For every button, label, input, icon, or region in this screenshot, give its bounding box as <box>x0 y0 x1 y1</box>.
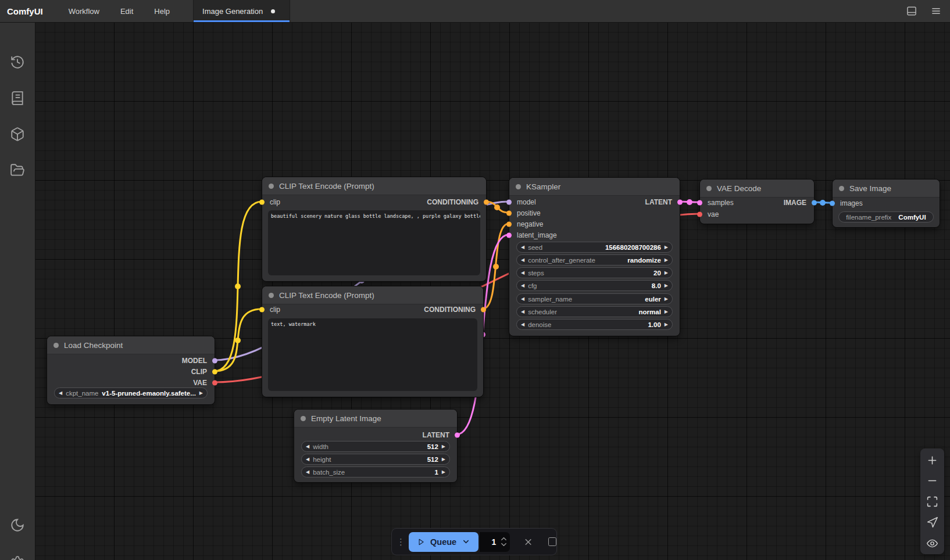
workflows-folder-icon[interactable] <box>10 163 25 178</box>
collapse-dot-icon[interactable] <box>706 186 712 191</box>
settings-gear-icon[interactable] <box>10 555 25 560</box>
output-port-conditioning[interactable] <box>481 307 486 313</box>
increment-arrow-icon[interactable]: ▶ <box>442 470 445 475</box>
node-save-image[interactable]: Save Image images filename_prefix ComfyU… <box>832 179 940 228</box>
output-port-clip[interactable] <box>212 369 217 375</box>
collapse-dot-icon[interactable] <box>269 184 274 189</box>
ckpt-name-widget[interactable]: ◀ ckpt_name v1-5-pruned-emaonly.safete..… <box>54 387 208 399</box>
increment-arrow-icon[interactable]: ▶ <box>442 444 445 449</box>
decrement-arrow-icon[interactable]: ◀ <box>306 457 309 462</box>
select-mode-icon[interactable] <box>926 516 938 529</box>
history-icon[interactable] <box>10 55 25 70</box>
control-after-generate-widget[interactable]: ◀ control_after_generate randomize ▶ <box>516 254 673 265</box>
decrement-arrow-icon[interactable]: ◀ <box>521 283 524 288</box>
width-widget[interactable]: ◀ width 512 ▶ <box>301 441 450 452</box>
app-logo[interactable]: ComfyUI <box>7 6 43 16</box>
node-ksampler[interactable]: KSampler model positive negative latent_… <box>509 177 680 336</box>
decrement-arrow-icon[interactable]: ◀ <box>521 297 524 301</box>
increment-arrow-icon[interactable]: ▶ <box>665 258 668 263</box>
increment-arrow-icon[interactable]: ▶ <box>199 391 203 396</box>
sampler-name-widget[interactable]: ◀ sampler_name euler ▶ <box>516 293 673 304</box>
theme-moon-icon[interactable] <box>10 518 25 533</box>
output-port-model[interactable] <box>212 358 217 364</box>
queue-button[interactable]: Queue <box>409 532 478 552</box>
steps-widget[interactable]: ◀ steps 20 ▶ <box>516 267 673 278</box>
input-port-negative[interactable] <box>506 222 512 227</box>
collapse-dot-icon[interactable] <box>839 186 844 191</box>
input-port-vae[interactable] <box>697 212 702 217</box>
menu-edit[interactable]: Edit <box>120 7 133 16</box>
node-header[interactable]: CLIP Text Encode (Prompt) <box>262 286 483 304</box>
spinner-down-icon[interactable] <box>501 543 507 547</box>
node-empty-latent-image[interactable]: Empty Latent Image LATENT ◀ width 512 ▶ … <box>294 409 458 483</box>
spinner-up-icon[interactable] <box>501 537 507 541</box>
filename-prefix-widget[interactable]: filename_prefix ComfyUI <box>838 211 934 222</box>
fit-view-icon[interactable] <box>926 496 938 508</box>
increment-arrow-icon[interactable]: ▶ <box>665 297 668 301</box>
increment-arrow-icon[interactable]: ▶ <box>665 271 668 275</box>
decrement-arrow-icon[interactable]: ◀ <box>521 245 524 250</box>
input-port-clip[interactable] <box>259 200 265 205</box>
increment-arrow-icon[interactable]: ▶ <box>442 457 445 462</box>
node-clip-text-encode-negative[interactable]: CLIP Text Encode (Prompt) clip CONDITION… <box>262 286 484 397</box>
input-port-latent-image[interactable] <box>506 233 512 238</box>
height-widget[interactable]: ◀ height 512 ▶ <box>301 454 450 465</box>
toggle-links-icon[interactable] <box>926 537 938 550</box>
zoom-out-icon[interactable] <box>926 475 938 487</box>
collapse-dot-icon[interactable] <box>516 184 521 189</box>
node-header[interactable]: VAE Decode <box>700 180 814 198</box>
seed-widget[interactable]: ◀ seed 156680208700286 ▶ <box>516 242 673 253</box>
decrement-arrow-icon[interactable]: ◀ <box>306 470 309 475</box>
output-port-latent[interactable] <box>677 200 683 205</box>
prompt-textarea[interactable]: beautiful scenery nature glass bottle la… <box>268 210 480 275</box>
decrement-arrow-icon[interactable]: ◀ <box>306 444 309 449</box>
menu-help[interactable]: Help <box>154 7 170 16</box>
increment-arrow-icon[interactable]: ▶ <box>665 245 668 250</box>
panel-bottom-icon[interactable] <box>906 5 917 17</box>
decrement-arrow-icon[interactable]: ◀ <box>521 258 524 263</box>
cfg-widget[interactable]: ◀ cfg 8.0 ▶ <box>516 280 673 291</box>
tab-image-generation[interactable]: Image Generation <box>194 0 290 22</box>
node-header[interactable]: Load Checkpoint <box>47 336 215 354</box>
drag-handle-icon[interactable]: ⋮ <box>397 537 405 547</box>
increment-arrow-icon[interactable]: ▶ <box>665 322 668 327</box>
node-vae-decode[interactable]: VAE Decode samples vae IMAGE <box>699 179 815 224</box>
decrement-arrow-icon[interactable]: ◀ <box>59 391 62 396</box>
output-port-latent[interactable] <box>455 433 460 438</box>
collapse-dot-icon[interactable] <box>53 343 59 348</box>
node-canvas[interactable] <box>35 22 950 560</box>
node-load-checkpoint[interactable]: Load Checkpoint MODEL CLIP VAE ◀ ckpt_na… <box>47 336 215 405</box>
output-port-image[interactable] <box>812 200 817 206</box>
output-port-conditioning[interactable] <box>484 200 489 205</box>
collapse-dot-icon[interactable] <box>301 416 306 421</box>
output-port-vae[interactable] <box>212 380 217 386</box>
menu-icon[interactable] <box>930 5 942 17</box>
clear-queue-icon[interactable] <box>523 537 533 547</box>
node-clip-text-encode-positive[interactable]: CLIP Text Encode (Prompt) clip CONDITION… <box>262 177 487 282</box>
input-port-images[interactable] <box>830 201 835 206</box>
increment-arrow-icon[interactable]: ▶ <box>665 283 668 288</box>
node-header[interactable]: Save Image <box>833 180 940 198</box>
node-header[interactable]: CLIP Text Encode (Prompt) <box>262 177 486 195</box>
batch-count-input[interactable]: 1 <box>480 532 510 552</box>
input-port-model[interactable] <box>506 200 512 205</box>
collapse-dot-icon[interactable] <box>269 293 274 298</box>
zoom-in-icon[interactable] <box>926 454 938 466</box>
scheduler-widget[interactable]: ◀ scheduler normal ▶ <box>516 306 673 317</box>
stop-icon[interactable] <box>548 537 556 546</box>
node-library-icon[interactable] <box>10 91 25 106</box>
input-port-samples[interactable] <box>697 200 702 206</box>
node-header[interactable]: KSampler <box>509 178 680 196</box>
chevron-down-icon[interactable] <box>462 537 470 546</box>
menu-workflow[interactable]: Workflow <box>69 7 99 16</box>
decrement-arrow-icon[interactable]: ◀ <box>521 310 524 314</box>
node-header[interactable]: Empty Latent Image <box>294 410 457 428</box>
input-port-positive[interactable] <box>506 211 512 216</box>
model-library-icon[interactable] <box>10 127 25 142</box>
increment-arrow-icon[interactable]: ▶ <box>665 310 668 314</box>
decrement-arrow-icon[interactable]: ◀ <box>521 322 524 327</box>
input-port-clip[interactable] <box>259 307 265 313</box>
decrement-arrow-icon[interactable]: ◀ <box>521 271 524 275</box>
batch-size-widget[interactable]: ◀ batch_size 1 ▶ <box>301 466 450 478</box>
denoise-widget[interactable]: ◀ denoise 1.00 ▶ <box>516 319 673 330</box>
